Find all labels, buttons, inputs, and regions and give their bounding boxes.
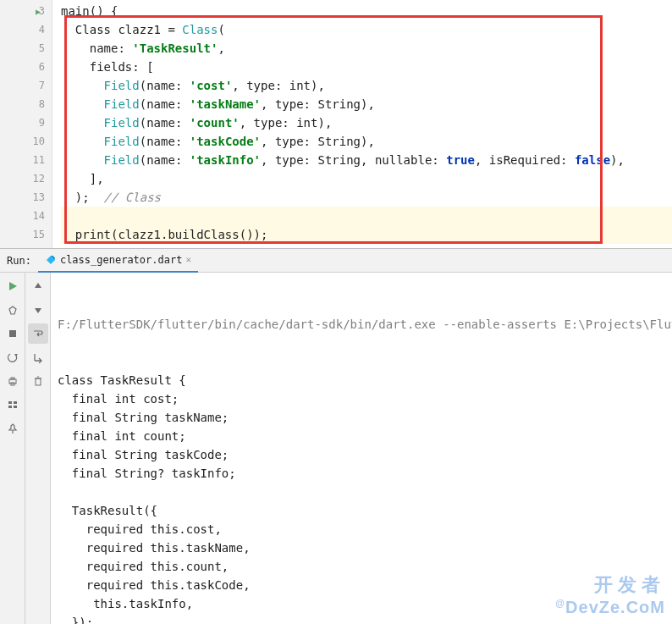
svg-rect-8 [8,401,12,404]
line-number: 11 [33,154,45,166]
code-line: Field(name: 'count', type: int), [61,113,672,132]
svg-rect-11 [14,406,17,408]
gutter-line: 10 [0,132,52,151]
close-icon[interactable]: ✕ [185,254,191,265]
restart-button[interactable] [3,347,23,367]
down-arrow-button[interactable] [28,300,48,320]
code-line: ], [61,169,672,188]
code-line [61,207,672,225]
gutter-line: 6 [0,58,52,76]
line-number: 12 [33,173,45,185]
svg-rect-6 [11,378,14,379]
dart-file-icon [45,254,57,266]
run-gutter-icon[interactable]: ▶ [36,7,41,16]
code-editor[interactable]: 3▶ 4 5 6 7 8 9 10 11 12 13 14 15 main() … [0,0,672,248]
gutter-line: 11 [0,151,52,169]
line-number: 8 [39,98,45,110]
line-number: 14 [33,210,45,222]
run-panel-header: Run: class_generator.dart ✕ [0,249,672,273]
gutter-line: 8 [0,95,52,113]
line-number: 7 [39,80,45,91]
gutter-line: 12 [0,169,52,188]
line-number: 6 [39,61,45,73]
gutter-line: 15 [0,225,52,244]
debug-button[interactable] [3,300,23,320]
gutter-line: 9 [0,113,52,132]
svg-marker-13 [35,308,41,313]
svg-rect-9 [14,401,17,404]
gutter-line: 7 [0,76,52,95]
run-toolbar-right [25,273,51,624]
up-arrow-button[interactable] [28,276,48,296]
svg-marker-4 [14,354,18,356]
stop-button[interactable] [3,323,23,344]
code-line: Field(name: 'taskCode', type: String), [61,132,672,151]
svg-rect-10 [8,406,12,408]
code-line: fields: [ [61,58,672,76]
code-line: ); // Class [61,188,672,207]
line-number: 15 [33,229,45,240]
gutter-line: 13 [0,188,52,207]
pin-button[interactable] [3,418,23,439]
editor-gutter: 3▶ 4 5 6 7 8 9 10 11 12 13 14 15 [0,0,52,248]
clear-button[interactable] [28,371,48,391]
gutter-line: 14 [0,207,52,225]
code-line: Field(name: 'taskInfo', type: String, nu… [61,151,672,169]
gutter-line: 3▶ [0,2,52,20]
console-command: F:/FlutterSDK/flutter/bin/cache/dart-sdk… [58,315,665,334]
code-line: Class clazz1 = Class( [61,20,672,39]
code-line: Field(name: 'cost', type: int), [61,76,672,95]
code-line: main() { [61,2,672,20]
svg-marker-2 [9,282,17,290]
code-line: Field(name: 'taskName', type: String), [61,95,672,113]
run-tab[interactable]: class_generator.dart ✕ [38,249,198,273]
scroll-to-end-button[interactable] [28,347,48,367]
print-button[interactable] [3,371,23,391]
run-toolbar-left [0,273,25,624]
run-body: F:/FlutterSDK/flutter/bin/cache/dart-sdk… [0,273,672,624]
line-number: 4 [39,24,45,36]
console-output[interactable]: F:/FlutterSDK/flutter/bin/cache/dart-sdk… [51,273,672,624]
line-number: 9 [39,117,45,129]
layout-button[interactable] [3,395,23,415]
line-number: 5 [39,42,45,54]
run-tab-label: class_generator.dart [60,254,183,266]
gutter-line: 5 [0,39,52,58]
code-line: name: 'TaskResult', [61,39,672,58]
line-number: 10 [33,135,45,147]
run-button[interactable] [3,276,23,296]
svg-rect-3 [9,330,16,337]
code-area[interactable]: main() { Class clazz1 = Class( name: 'Ta… [52,0,672,248]
gutter-line: 4 [0,20,52,39]
line-number: 13 [33,191,45,203]
soft-wrap-button[interactable] [28,323,48,344]
console-text: class TaskResult { final int cost; final… [58,371,665,624]
svg-marker-12 [35,283,41,288]
run-panel: Run: class_generator.dart ✕ F:/Flu [0,248,672,624]
code-line: print(clazz1.buildClass()); [61,225,672,244]
svg-rect-14 [36,378,41,385]
run-label: Run: [7,255,31,267]
